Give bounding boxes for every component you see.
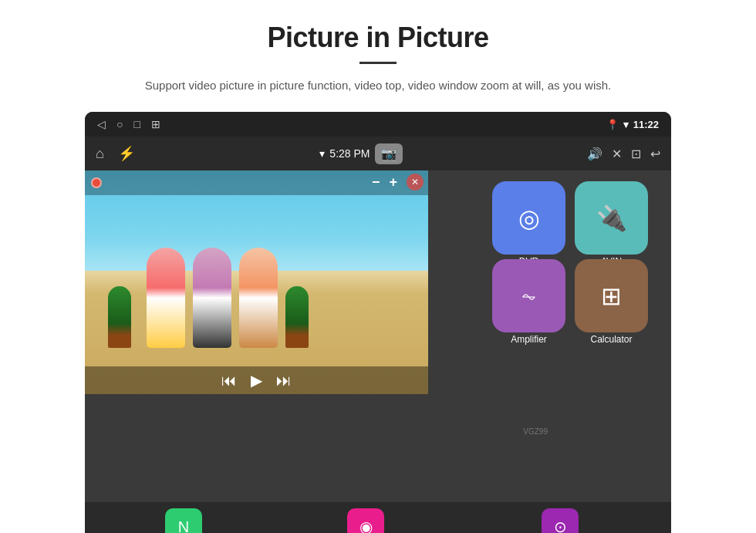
main-content: − + ✕ ⏮ ▶ ⏭ ◎ <box>85 170 671 502</box>
volume-icon[interactable]: 🔊 <box>587 147 602 161</box>
app-item-avin: 🔌 AVIN <box>575 181 648 267</box>
avin-icon-symbol: 🔌 <box>596 204 627 233</box>
pip-plus-button[interactable]: + <box>389 174 397 191</box>
status-bar: ◁ ○ □ ⊞ 📍 ▾ 11:22 <box>85 112 671 137</box>
window-icon[interactable]: ⊡ <box>631 147 641 161</box>
screenshot-nav-icon[interactable]: ⊞ <box>151 118 160 130</box>
pip-record-indicator <box>91 177 102 188</box>
pip-minus-button[interactable]: − <box>372 174 380 191</box>
watermark: VGZ99 <box>523 427 548 436</box>
app-item-calculator: ⊞ Calculator <box>575 259 648 345</box>
wheelkey-icon[interactable]: ⊙ <box>542 508 579 533</box>
netflix-icon[interactable]: N <box>165 508 202 533</box>
toolbar-time: 5:28 PM <box>329 147 370 160</box>
people-scene <box>108 224 405 348</box>
clock: 11:22 <box>633 119 659 130</box>
calculator-icon-symbol: ⊞ <box>601 282 622 311</box>
toolbar-center: ▾ 5:28 PM 📷 <box>319 143 402 164</box>
bottom-app-siriusxm: ◉ SiriusXM <box>347 508 384 533</box>
pip-playback-controls[interactable]: ⏮ ▶ ⏭ <box>85 366 428 394</box>
pip-video-container[interactable]: − + ✕ ⏮ ▶ ⏭ <box>85 170 428 394</box>
pip-next-button[interactable]: ⏭ <box>276 372 292 390</box>
pip-close-button[interactable]: ✕ <box>407 174 424 191</box>
status-bar-right: 📍 ▾ 11:22 <box>606 119 659 130</box>
amplifier-icon-symbol: ⏦ <box>522 284 535 309</box>
pip-prev-button[interactable]: ⏮ <box>221 372 237 390</box>
siriusxm-icon-symbol: ◉ <box>359 518 373 533</box>
location-icon: 📍 <box>606 119 619 130</box>
amplifier-label: Amplifier <box>511 334 547 345</box>
app-item-dvr: ◎ DVR <box>492 181 565 267</box>
person-3 <box>239 248 278 348</box>
close-icon[interactable]: ✕ <box>612 147 622 161</box>
home-icon[interactable]: ⌂ <box>96 146 104 162</box>
avin-icon[interactable]: 🔌 <box>575 181 648 255</box>
app-row-top: ◎ DVR 🔌 AVIN <box>469 170 671 267</box>
person-1 <box>147 248 185 348</box>
status-bar-nav: ◁ ○ □ ⊞ <box>97 118 160 130</box>
person-2 <box>193 248 231 348</box>
amplifier-icon[interactable]: ⏦ <box>492 259 565 332</box>
dvr-icon[interactable]: ◎ <box>492 181 565 255</box>
pip-controls[interactable]: − + ✕ <box>372 174 424 191</box>
wheelkey-icon-symbol: ⊙ <box>554 518 567 533</box>
toolbar-left: ⌂ ⚡ <box>96 145 135 162</box>
tree-left <box>108 286 131 348</box>
netflix-icon-symbol: N <box>178 518 189 534</box>
home-nav-icon[interactable]: ○ <box>116 118 123 130</box>
pip-play-button[interactable]: ▶ <box>251 371 262 390</box>
app-item-amplifier: ⏦ Amplifier <box>492 259 565 345</box>
bottom-app-strip: N Netflix ◉ SiriusXM ⊙ Wheelkey Study <box>85 502 671 533</box>
title-divider <box>359 62 397 64</box>
wifi-icon: ▾ <box>623 119 629 130</box>
page-title: Picture in Picture <box>267 22 488 54</box>
siriusxm-icon[interactable]: ◉ <box>347 508 384 533</box>
wifi-status-icon: ▾ <box>319 147 325 160</box>
pip-video <box>85 170 428 394</box>
page-container: Picture in Picture Support video picture… <box>0 0 756 533</box>
pip-top-bar: − + ✕ <box>85 170 428 195</box>
app-row-bottom: ⏦ Amplifier ⊞ Calculator <box>492 259 671 345</box>
calculator-icon[interactable]: ⊞ <box>575 259 648 332</box>
page-subtitle: Support video picture in picture functio… <box>145 76 611 95</box>
usb-icon[interactable]: ⚡ <box>118 145 135 162</box>
camera-button[interactable]: 📷 <box>375 143 403 164</box>
bottom-app-wheelkey: ⊙ Wheelkey Study <box>529 508 590 533</box>
back-nav-icon[interactable]: ◁ <box>97 118 106 130</box>
tree-right <box>285 286 309 348</box>
dvr-icon-symbol: ◎ <box>518 204 540 233</box>
recents-nav-icon[interactable]: □ <box>133 118 140 130</box>
bottom-app-netflix: N Netflix <box>165 508 202 533</box>
back-icon[interactable]: ↩ <box>650 147 660 161</box>
calculator-label: Calculator <box>590 334 632 345</box>
toolbar-right: 🔊 ✕ ⊡ ↩ <box>587 147 660 161</box>
top-toolbar: ⌂ ⚡ ▾ 5:28 PM 📷 🔊 ✕ ⊡ ↩ <box>85 137 671 170</box>
tablet-frame: ◁ ○ □ ⊞ 📍 ▾ 11:22 ⌂ ⚡ ▾ 5:28 PM 📷 <box>85 112 671 533</box>
pip-close-icon: ✕ <box>411 177 419 187</box>
